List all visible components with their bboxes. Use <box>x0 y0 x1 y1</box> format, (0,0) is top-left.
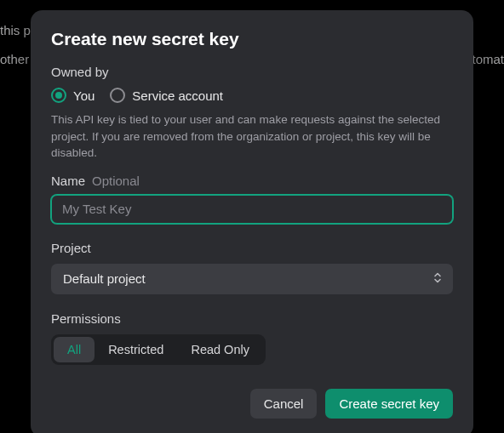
owned-by-help-text: This API key is tied to your user and ca… <box>51 111 453 162</box>
name-label: Name <box>51 174 85 188</box>
project-select[interactable]: Default project <box>51 264 453 294</box>
permissions-segmented-control: All Restricted Read Only <box>51 334 266 365</box>
permissions-restricted-button[interactable]: Restricted <box>94 337 177 362</box>
owned-by-label: Owned by <box>51 65 453 79</box>
name-optional-hint: Optional <box>92 174 140 188</box>
project-label: Project <box>51 241 453 255</box>
create-secret-key-button[interactable]: Create secret key <box>325 389 453 419</box>
radio-icon <box>110 88 125 103</box>
create-secret-key-modal: Create new secret key Owned by You Servi… <box>31 10 473 433</box>
owned-by-you-radio[interactable]: You <box>51 88 94 103</box>
project-selected-value: Default project <box>63 271 146 286</box>
permissions-readonly-button[interactable]: Read Only <box>177 337 263 362</box>
radio-label: Service account <box>132 88 223 103</box>
radio-icon <box>51 88 66 103</box>
cancel-button[interactable]: Cancel <box>250 389 318 419</box>
modal-footer: Cancel Create secret key <box>51 389 453 419</box>
modal-title: Create new secret key <box>51 29 453 49</box>
permissions-label: Permissions <box>51 311 453 326</box>
owned-by-radio-group: You Service account <box>51 88 453 103</box>
radio-label: You <box>73 88 94 103</box>
owned-by-service-account-radio[interactable]: Service account <box>110 88 223 103</box>
permissions-all-button[interactable]: All <box>54 337 94 362</box>
name-input[interactable] <box>51 195 453 224</box>
